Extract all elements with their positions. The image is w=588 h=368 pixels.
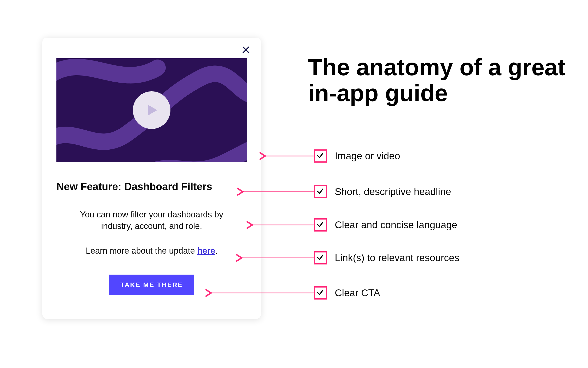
checklist-item: Clear and concise language: [314, 218, 457, 231]
checklist-item: Link(s) to relevant resources: [314, 251, 459, 265]
close-button[interactable]: [240, 45, 251, 56]
callout-arrow: [208, 290, 314, 296]
guide-card: New Feature: Dashboard Filters You can n…: [42, 38, 261, 319]
check-icon: [316, 152, 324, 160]
video-thumbnail[interactable]: [56, 58, 247, 162]
checklist-label: Link(s) to relevant resources: [335, 252, 459, 264]
play-icon: [143, 102, 160, 118]
checklist-label: Image or video: [335, 150, 400, 162]
checklist-label: Clear CTA: [335, 287, 380, 299]
learn-more-suffix: .: [215, 246, 217, 256]
checkbox: [314, 185, 327, 198]
learn-more-link[interactable]: here: [197, 246, 215, 256]
checklist-item: Clear CTA: [314, 286, 380, 300]
guide-learn-more: Learn more about the update here.: [56, 246, 247, 256]
check-icon: [316, 253, 324, 262]
checklist-label: Clear and concise language: [335, 219, 457, 230]
play-button[interactable]: [133, 91, 170, 129]
checkbox: [314, 149, 327, 163]
check-icon: [316, 187, 324, 196]
svg-marker-1: [148, 105, 157, 116]
checkbox: [314, 251, 327, 265]
check-icon: [316, 221, 324, 230]
checkbox: [314, 286, 327, 300]
cta-button[interactable]: TAKE ME THERE: [109, 275, 194, 295]
check-icon: [316, 288, 324, 297]
checklist-item: Image or video: [314, 149, 400, 163]
checkbox: [314, 218, 327, 231]
callout-arrow: [262, 153, 314, 159]
callout-arrow: [239, 255, 314, 261]
callout-arrow: [240, 189, 314, 195]
guide-headline: New Feature: Dashboard Filters: [56, 181, 247, 193]
checklist-label: Short, descriptive headline: [335, 186, 451, 197]
close-icon: [242, 46, 250, 55]
callout-arrow: [249, 222, 314, 228]
learn-more-prefix: Learn more about the update: [86, 246, 197, 256]
guide-body: You can now filter your dashboards by in…: [56, 209, 247, 232]
checklist-item: Short, descriptive headline: [314, 185, 451, 198]
diagram-title: The anatomy of a great in-app guide: [308, 54, 567, 106]
